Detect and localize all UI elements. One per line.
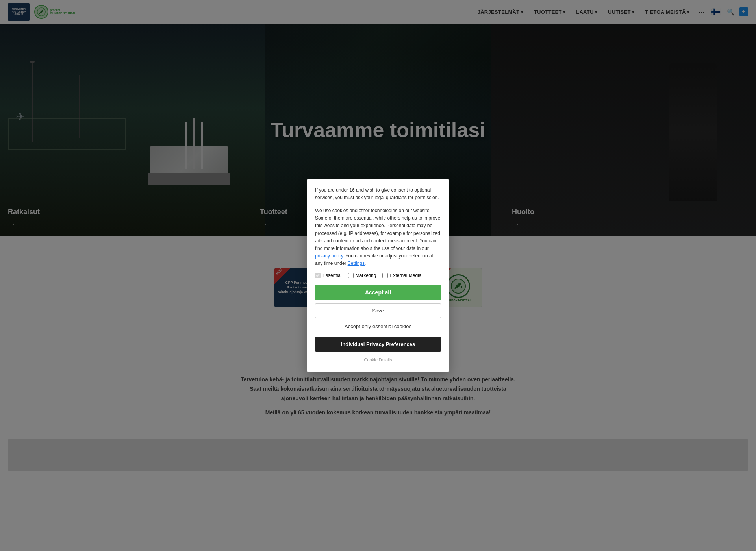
cookie-modal: If you are under 16 and wish to give con… xyxy=(307,179,449,373)
modal-intro-text: If you are under 16 and wish to give con… xyxy=(315,187,441,202)
marketing-checkbox-label[interactable]: Marketing xyxy=(348,273,376,278)
accept-all-button[interactable]: Accept all xyxy=(315,285,441,300)
external-media-checkbox[interactable] xyxy=(382,273,388,278)
settings-link[interactable]: Settings xyxy=(348,261,365,266)
save-button[interactable]: Save xyxy=(315,303,441,318)
cookie-checkboxes: Essential Marketing External Media xyxy=(315,273,441,278)
modal-body-text: We use cookies and other technologies on… xyxy=(315,207,441,268)
cookie-details-button[interactable]: Cookie Details xyxy=(315,355,441,364)
modal-overlay: If you are under 16 and wish to give con… xyxy=(0,0,756,479)
individual-privacy-button[interactable]: Individual Privacy Preferences xyxy=(315,337,441,352)
marketing-checkbox[interactable] xyxy=(348,273,354,278)
privacy-policy-link[interactable]: privacy policy xyxy=(315,253,343,259)
essential-checkbox-label[interactable]: Essential xyxy=(315,273,342,278)
external-media-checkbox-label[interactable]: External Media xyxy=(382,273,421,278)
accept-essential-button[interactable]: Accept only essential cookies xyxy=(315,320,441,333)
essential-checkbox[interactable] xyxy=(315,273,321,278)
